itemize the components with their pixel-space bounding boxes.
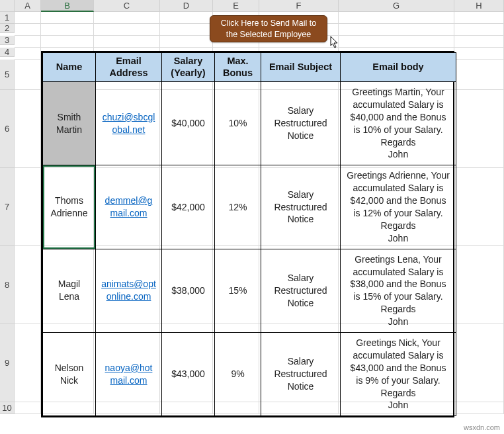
cell-name[interactable]: ThomsAdrienne — [43, 165, 96, 249]
row-header-1[interactable]: 1 — [0, 12, 15, 24]
th-email[interactable]: Email Address — [96, 53, 162, 82]
col-header-C[interactable]: C — [94, 0, 160, 12]
cell-name[interactable]: SmithMartin — [43, 82, 96, 165]
col-header-B[interactable]: B — [41, 0, 94, 12]
cell-salary[interactable]: $42,000 — [162, 165, 215, 249]
cell-subject[interactable]: SalaryRestructuredNotice — [261, 165, 341, 249]
table-row: ThomsAdrienne demmel@gmail.com $42,000 1… — [43, 165, 456, 249]
table-row: MagilLena animats@optonline.com $38,000 … — [43, 249, 456, 332]
th-body[interactable]: Email body — [341, 53, 456, 82]
table-row: NelsonNick naoya@hotmail.com $43,000 9% … — [43, 333, 456, 416]
col-header-F[interactable]: F — [259, 0, 339, 12]
th-salary[interactable]: Salary (Yearly) — [162, 53, 215, 82]
th-bonus[interactable]: Max. Bonus — [215, 53, 261, 82]
cell-subject[interactable]: SalaryRestructuredNotice — [261, 82, 341, 165]
select-all-corner[interactable] — [0, 0, 15, 12]
table-header-row: Name Email Address Salary (Yearly) Max. … — [43, 53, 456, 82]
row-header-9[interactable]: 9 — [0, 324, 15, 402]
row-header-10[interactable]: 10 — [0, 402, 15, 414]
cell-email[interactable]: animats@optonline.com — [96, 249, 162, 332]
col-header-G[interactable]: G — [339, 0, 454, 12]
cell-email[interactable]: demmel@gmail.com — [96, 165, 162, 249]
col-header-E[interactable]: E — [213, 0, 259, 12]
cell-bonus[interactable]: 9% — [215, 333, 261, 416]
cell-salary[interactable]: $38,000 — [162, 249, 215, 332]
cell-subject[interactable]: SalaryRestructuredNotice — [261, 333, 341, 416]
cell-salary[interactable]: $43,000 — [162, 333, 215, 416]
row-header-2[interactable]: 2 — [0, 24, 15, 33]
cell-email[interactable]: chuzi@sbcglobal.net — [96, 82, 162, 165]
cell-body[interactable]: Greetings Martin, Your accumulated Salar… — [341, 82, 456, 165]
table-row: SmithMartin chuzi@sbcglobal.net $40,000 … — [43, 82, 456, 165]
cell-salary[interactable]: $40,000 — [162, 82, 215, 165]
cell-bonus[interactable]: 15% — [215, 249, 261, 332]
col-header-D[interactable]: D — [160, 0, 213, 12]
cell-name[interactable]: MagilLena — [43, 249, 96, 332]
row-header-8[interactable]: 8 — [0, 246, 15, 324]
cell-body[interactable]: Greetings Nick, Your accumulated Salary … — [341, 333, 456, 416]
cell-body[interactable]: Greetings Lena, Your accumulated Salary … — [341, 249, 456, 332]
watermark: wsxdn.com — [464, 423, 500, 431]
employee-table: Name Email Address Salary (Yearly) Max. … — [41, 51, 454, 417]
send-mail-button[interactable]: Click Here to Send Mail to the Selected … — [210, 15, 327, 42]
cell-name[interactable]: NelsonNick — [43, 333, 96, 416]
col-header-A[interactable]: A — [15, 0, 41, 12]
row-header-3[interactable]: 3 — [0, 36, 15, 45]
cell-subject[interactable]: SalaryRestructuredNotice — [261, 249, 341, 332]
th-name[interactable]: Name — [43, 53, 96, 82]
cell-email[interactable]: naoya@hotmail.com — [96, 333, 162, 416]
row-header-4[interactable]: 4 — [0, 48, 15, 57]
email-link[interactable]: chuzi@sbcglobal.net — [103, 112, 155, 135]
cell-bonus[interactable]: 10% — [215, 82, 261, 165]
send-mail-button-label: Click Here to Send Mail to the Selected … — [216, 18, 321, 40]
email-link[interactable]: demmel@gmail.com — [105, 195, 153, 218]
cell-bonus[interactable]: 12% — [215, 165, 261, 249]
row-header-7[interactable]: 7 — [0, 168, 15, 246]
cell-body[interactable]: Greetings Adrienne, Your accumulated Sal… — [341, 165, 456, 249]
email-link[interactable]: naoya@hotmail.com — [105, 363, 153, 386]
th-subject[interactable]: Email Subject — [261, 53, 341, 82]
col-header-H[interactable]: H — [454, 0, 504, 12]
email-link[interactable]: animats@optonline.com — [101, 279, 156, 302]
row-header-5[interactable]: 5 — [0, 60, 15, 90]
row-header-6[interactable]: 6 — [0, 90, 15, 168]
